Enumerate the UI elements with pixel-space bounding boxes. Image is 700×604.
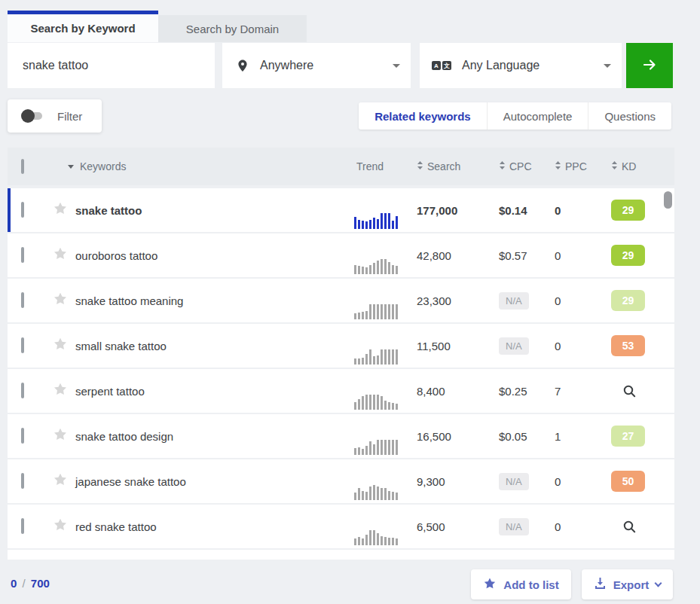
magnifier-icon[interactable] [622, 384, 637, 398]
keyword-cell[interactable]: snake tattoo meaning [68, 294, 347, 307]
trend-chart [347, 437, 411, 455]
ppc-cell: 1 [547, 430, 604, 443]
cpc-cell: N/A [490, 292, 547, 310]
kd-cell [604, 520, 674, 534]
keyword-search-input[interactable] [8, 43, 215, 88]
row-checkbox[interactable] [21, 247, 24, 263]
ppc-cell: 7 [547, 385, 604, 398]
chevron-down-icon [604, 64, 611, 68]
favorite-star-icon[interactable] [53, 341, 68, 354]
kd-badge[interactable]: 53 [611, 335, 645, 356]
selected-count: 0 [11, 577, 17, 590]
tab-related-keywords[interactable]: Related keywords [359, 102, 487, 130]
keyword-cell[interactable]: serpent tattoo [68, 385, 347, 398]
header-trend-label: Trend [356, 160, 384, 172]
favorite-star-icon[interactable] [53, 432, 68, 444]
na-badge: N/A [499, 473, 529, 490]
trend-chart [347, 482, 411, 500]
translate-icon: A 文 [432, 61, 451, 70]
header-search[interactable]: Search [411, 160, 490, 172]
tab-autocomplete[interactable]: Autocomplete [487, 102, 588, 130]
kd-badge[interactable]: 29 [611, 200, 645, 221]
keyword-cell[interactable]: snake tattoo design [68, 430, 347, 443]
table-body: snake tattoo 177,000 $0.14 0 29 ouroboro… [8, 188, 674, 548]
export-button[interactable]: Export [582, 569, 673, 599]
tab-search-by-domain[interactable]: Search by Domain [158, 15, 307, 42]
selection-count: 0 / 700 [11, 577, 50, 590]
tab-questions[interactable]: Questions [588, 102, 671, 130]
favorite-star-icon[interactable] [53, 522, 68, 535]
sort-icon [417, 160, 423, 172]
filter-toggle[interactable] [21, 111, 44, 121]
tab-search-by-keyword[interactable]: Search by Keyword [8, 11, 158, 42]
header-keywords[interactable]: Keywords [68, 160, 347, 172]
keyword-cell[interactable]: ouroboros tattoo [68, 249, 347, 262]
row-checkbox[interactable] [21, 518, 24, 534]
add-to-list-button[interactable]: Add to list [471, 569, 571, 599]
favorite-star-icon[interactable] [53, 477, 68, 490]
row-checkbox[interactable] [21, 337, 24, 353]
favorite-star-icon[interactable] [53, 206, 68, 218]
search-cell: 6,500 [411, 520, 490, 533]
kd-cell: 29 [604, 245, 674, 266]
ppc-cell: 0 [547, 294, 604, 307]
header-search-label: Search [427, 160, 460, 172]
location-select-value: Anywhere [260, 59, 393, 72]
scrollbar-thumb[interactable] [664, 191, 672, 209]
search-cell: 177,000 [411, 204, 490, 217]
header-cpc[interactable]: CPC [490, 160, 547, 172]
magnifier-icon[interactable] [622, 520, 637, 534]
add-to-list-label: Add to list [503, 578, 558, 591]
toggle-knob [21, 109, 35, 123]
search-cell: 16,500 [411, 430, 490, 443]
arrow-right-icon [640, 56, 659, 76]
cpc-cell: N/A [490, 473, 547, 490]
chevron-down-icon [393, 64, 400, 68]
favorite-star-icon[interactable] [53, 251, 68, 264]
cpc-cell: $0.57 [490, 249, 547, 262]
sort-icon [499, 160, 506, 172]
header-kd[interactable]: KD [604, 160, 674, 172]
header-ppc-label: PPC [565, 160, 587, 172]
table-row: snake tattoo meaning 23,300 N/A 0 29 [8, 279, 674, 322]
row-checkbox[interactable] [21, 292, 24, 308]
trend-chart [347, 527, 411, 545]
kd-badge[interactable]: 27 [611, 426, 645, 447]
row-checkbox[interactable] [21, 202, 24, 218]
ppc-cell: 0 [547, 249, 604, 262]
keyword-cell[interactable]: japanese snake tattoo [68, 475, 347, 488]
row-checkbox[interactable] [21, 383, 24, 398]
kd-badge[interactable]: 29 [611, 290, 645, 311]
cpc-cell: N/A [490, 518, 547, 535]
search-mode-tabs: Search by Keyword Search by Domain [8, 11, 307, 42]
kd-cell [604, 384, 674, 398]
trend-chart [347, 256, 411, 274]
kd-badge[interactable]: 50 [611, 471, 645, 492]
kd-cell: 29 [604, 290, 674, 311]
kd-badge[interactable]: 29 [611, 245, 645, 266]
header-ppc[interactable]: PPC [547, 160, 604, 172]
select-all-checkbox[interactable] [21, 159, 24, 174]
keyword-cell[interactable]: snake tattoo [68, 204, 347, 217]
cpc-cell: $0.05 [490, 430, 547, 443]
ppc-cell: 0 [547, 340, 604, 352]
favorite-star-icon[interactable] [53, 296, 68, 309]
cpc-cell: N/A [490, 337, 547, 355]
row-checkbox[interactable] [21, 473, 24, 489]
trend-chart [347, 211, 411, 229]
cpc-cell: $0.14 [490, 204, 547, 217]
star-icon [483, 577, 497, 593]
location-select[interactable]: Anywhere [222, 43, 411, 88]
filter-label: Filter [57, 110, 82, 123]
row-checkbox[interactable] [21, 428, 24, 444]
search-row: Anywhere A 文 Any Language [8, 43, 673, 88]
trend-chart [347, 301, 411, 319]
search-submit-button[interactable] [626, 43, 673, 88]
cpc-cell: $0.25 [490, 385, 547, 398]
keyword-cell[interactable]: red snake tattoo [68, 520, 347, 533]
keyword-cell[interactable]: small snake tattoo [68, 340, 347, 352]
language-select[interactable]: A 文 Any Language [420, 43, 622, 88]
favorite-star-icon[interactable] [53, 386, 68, 399]
ppc-cell: 0 [547, 475, 604, 488]
kd-cell: 27 [604, 426, 674, 447]
